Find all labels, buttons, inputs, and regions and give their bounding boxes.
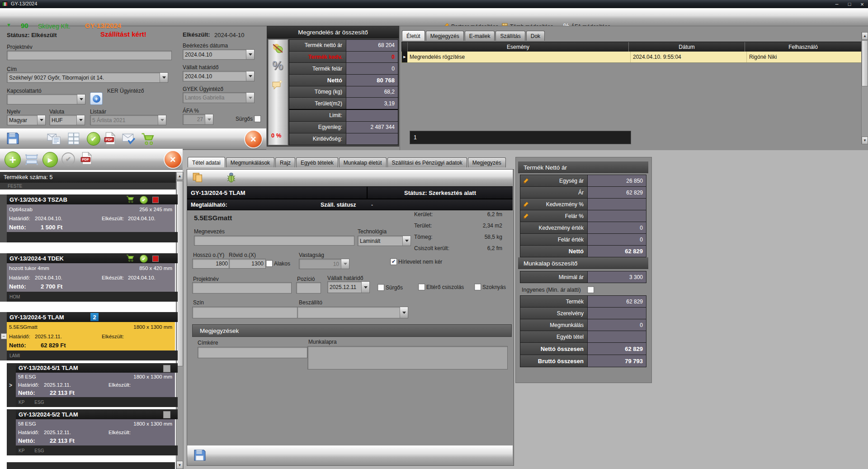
save-icon[interactable]: [193, 449, 206, 463]
tab-megmunkalasok[interactable]: Megmunkálások: [226, 157, 274, 167]
tag-comment-input[interactable]: [198, 347, 307, 358]
card-title: GY-13/2024-5 TLAM: [9, 314, 64, 321]
tab-eletut[interactable]: Életút: [402, 30, 425, 41]
product-card[interactable]: GY-13/2024-4 TDEK ✔ hozott tukor 4mm 850…: [7, 253, 175, 302]
edit-pencil-icon[interactable]: [520, 210, 542, 222]
deadline-value: 2025.12.11.: [35, 334, 62, 339]
column-esemeny[interactable]: Esemény: [408, 42, 629, 52]
chevron-down-icon[interactable]: [160, 73, 168, 82]
subproduct-card[interactable]: GY-13/2024-5/2 TLAM 5fl ESG 1800 x 1300 …: [16, 409, 175, 455]
close-icon[interactable]: ×: [245, 131, 262, 147]
currency-select[interactable]: HUF: [49, 115, 85, 125]
summary-row-label: Termék felár: [289, 63, 346, 74]
project-input[interactable]: [7, 51, 172, 60]
chevron-down-icon[interactable]: [37, 115, 45, 125]
technology-select[interactable]: Laminált: [358, 236, 411, 246]
list-icon[interactable]: [24, 154, 39, 167]
subproduct-card[interactable]: GY-13/2024-5/1 TLAM 5fl ESG 1800 x 1300 …: [16, 363, 175, 407]
project-input[interactable]: [192, 282, 292, 294]
chevron-down-icon[interactable]: [400, 307, 408, 318]
urgent-checkbox[interactable]: [254, 115, 261, 122]
maximize-button[interactable]: □: [844, 0, 855, 8]
tab-rajz[interactable]: Rajz: [275, 157, 295, 167]
scroll-up-icon[interactable]: ▲: [862, 32, 868, 40]
supplier-select[interactable]: [297, 307, 408, 318]
grid-icon[interactable]: [68, 133, 80, 146]
newsletter-checkbox[interactable]: [390, 258, 397, 265]
tab-tetel-adatai[interactable]: Tétel adatai: [188, 157, 225, 167]
start-icon[interactable]: ▶: [42, 152, 58, 167]
edit-pencil-icon[interactable]: [520, 175, 542, 186]
language-select[interactable]: Magyar: [7, 115, 46, 125]
different-grinding-checkbox[interactable]: [418, 284, 425, 290]
width-input[interactable]: 1300: [229, 259, 266, 269]
tab-egyeb-tetelek[interactable]: Egyéb tételek: [296, 157, 338, 167]
tab-emailek[interactable]: E-mailek: [465, 31, 495, 41]
tab-szallitasi-penzugyi[interactable]: Szállítási és Pénzügyi adatok: [387, 157, 467, 167]
column-datum[interactable]: Dátum: [629, 42, 745, 52]
urgent-checkbox[interactable]: [377, 284, 384, 291]
tab-dok[interactable]: Dok: [526, 31, 545, 41]
tab-szallitas[interactable]: Szállítás: [495, 31, 525, 41]
summary-row-value: 3,19: [346, 98, 398, 109]
chevron-down-icon[interactable]: [77, 95, 85, 104]
minimal-price-table: Minimál ár3 300: [520, 271, 646, 283]
minimize-button[interactable]: –: [831, 0, 843, 8]
chevron-down-icon[interactable]: [76, 115, 85, 125]
chevron-down-icon: [246, 93, 254, 103]
deadline-label: Határidő:: [9, 275, 30, 280]
chevron-down-icon[interactable]: [402, 236, 410, 246]
scrollbar-thumb[interactable]: [862, 40, 868, 86]
skirted-checkbox[interactable]: [474, 284, 481, 290]
email-document-icon[interactable]: [47, 133, 61, 146]
technology-label: Technológia: [358, 228, 387, 235]
order-toolbar: ✔ PDF ×: [0, 128, 266, 150]
chevron-down-icon[interactable]: [246, 71, 254, 81]
tab-munkalap-eletut[interactable]: Munkalap életút: [339, 157, 387, 167]
pdf-icon[interactable]: PDF: [80, 152, 92, 166]
history-scrollbar[interactable]: ▲ ▼: [861, 32, 868, 144]
tab-megjegyzes[interactable]: Megjegyzés: [468, 157, 506, 167]
item-deadline-select[interactable]: 2025.12.11: [327, 281, 370, 293]
close-icon[interactable]: ×: [165, 151, 181, 168]
length-input[interactable]: 1800: [192, 259, 230, 269]
scrollbar-thumb[interactable]: [176, 181, 183, 366]
deadline-select[interactable]: 2024.04.10: [183, 71, 255, 81]
comment-icon[interactable]: [272, 80, 284, 91]
name-input[interactable]: [194, 236, 354, 246]
product-card[interactable]: GY-13/2024-3 TSZAB ✔ Opti4szab 256 x 245…: [7, 194, 175, 242]
history-row[interactable]: ▶ Megrendelés rögzítése 2024.04.10. 9:55…: [401, 52, 862, 63]
column-felhasznalo[interactable]: Felhasználó: [745, 42, 861, 52]
shaped-checkbox[interactable]: [266, 260, 273, 267]
card-size: 1800 x 1300 mm: [133, 324, 172, 330]
approve-check-icon[interactable]: ✔: [87, 132, 100, 146]
summary2-row-label: Szerelvény: [520, 308, 587, 319]
add-contact-button[interactable]: +: [90, 92, 103, 105]
tab-megjegyzes[interactable]: Megjegyzés: [426, 31, 464, 41]
scroll-down-icon[interactable]: ▼: [862, 137, 868, 144]
worksheet-comment-textarea[interactable]: [307, 346, 508, 370]
copy-icon[interactable]: [193, 172, 203, 184]
close-button[interactable]: ×: [856, 0, 868, 8]
chevron-down-icon[interactable]: [246, 50, 254, 59]
percent-icon[interactable]: %: [272, 59, 283, 73]
address-select[interactable]: Székhely/ 9027 Győr, Tibormajori út 14.: [7, 72, 168, 83]
position-input[interactable]: [296, 282, 321, 294]
chevron-down-icon[interactable]: [361, 282, 369, 293]
scroll-down-icon[interactable]: ▼: [176, 461, 183, 469]
product-card-selected[interactable]: GY-13/2024-5 TLAM 2 5.5ESGmatt 1800 x 13…: [7, 312, 175, 360]
collapse-expander[interactable]: −: [1, 333, 7, 339]
add-product-icon[interactable]: +: [5, 152, 21, 168]
bug-icon[interactable]: [227, 171, 236, 185]
edit-pencil-icon[interactable]: [520, 199, 542, 210]
no-money-icon[interactable]: [272, 43, 284, 56]
cart-icon[interactable]: [141, 133, 155, 147]
scroll-up-icon[interactable]: ▲: [176, 172, 183, 180]
pdf-icon[interactable]: PDF: [104, 132, 116, 147]
email-check-icon[interactable]: [122, 133, 136, 146]
contact-select[interactable]: [7, 94, 85, 104]
arrival-date-select[interactable]: 2024.04.10: [183, 49, 255, 60]
free-checkbox[interactable]: [587, 286, 594, 293]
save-icon[interactable]: [6, 132, 19, 146]
thickness-label: Vastagság: [299, 252, 324, 258]
